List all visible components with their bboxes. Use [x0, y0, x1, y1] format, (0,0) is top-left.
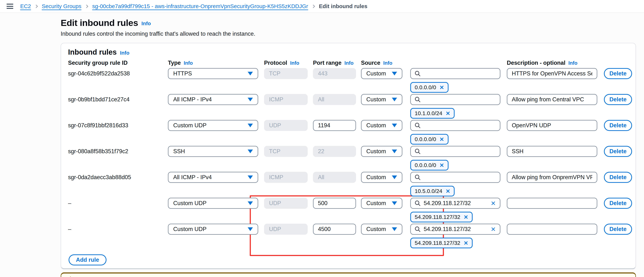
- protocol-field: [264, 224, 308, 235]
- remove-tag-icon[interactable]: ✕: [464, 240, 468, 246]
- port-range-input[interactable]: [313, 224, 356, 235]
- source-select[interactable]: Custom: [361, 120, 402, 131]
- delete-button[interactable]: Delete: [604, 94, 632, 105]
- type-select[interactable]: Custom UDP: [168, 120, 258, 131]
- chevron-down-icon: [392, 124, 397, 127]
- source-tag: 54.209.118.127/32✕: [410, 238, 472, 248]
- source-tag: 0.0.0.0/0✕: [410, 134, 448, 144]
- rule-id: sgr-080a8f58b351f79c2: [68, 146, 168, 157]
- description-input[interactable]: [507, 68, 597, 79]
- delete-button[interactable]: Delete: [604, 172, 632, 183]
- col-header-source: SourceInfo: [361, 60, 410, 66]
- breadcrumb-link-security-groups[interactable]: Security Groups: [42, 3, 81, 10]
- chevron-right-icon: [85, 4, 88, 8]
- protocol-info-link[interactable]: Info: [290, 60, 299, 66]
- source-search-input[interactable]: [424, 200, 487, 206]
- source-select[interactable]: Custom: [361, 198, 402, 209]
- rule-row: – Custom UDP Custom ✕ Delete 54.209.118.…: [68, 198, 631, 222]
- description-input[interactable]: [507, 120, 597, 131]
- col-header-rule-id: Security group rule ID: [68, 60, 168, 66]
- remove-tag-icon[interactable]: ✕: [440, 162, 444, 168]
- chevron-down-icon: [248, 176, 253, 179]
- col-header-protocol: ProtocolInfo: [264, 60, 313, 66]
- chevron-right-icon: [34, 4, 38, 8]
- panel-title: Inbound rules: [68, 48, 116, 56]
- protocol-field: [264, 120, 308, 131]
- source-search: [410, 172, 500, 183]
- chevron-down-icon: [248, 72, 253, 76]
- protocol-field: [264, 172, 308, 183]
- delete-button[interactable]: Delete: [604, 198, 632, 209]
- source-select[interactable]: Custom: [361, 68, 402, 79]
- type-select[interactable]: HTTPS: [168, 68, 258, 79]
- description-input[interactable]: [507, 224, 597, 235]
- search-icon: [414, 226, 421, 232]
- source-select[interactable]: Custom: [361, 224, 402, 235]
- page-title-info-link[interactable]: Info: [142, 20, 151, 26]
- remove-tag-icon[interactable]: ✕: [440, 136, 444, 142]
- description-input[interactable]: [507, 146, 597, 157]
- source-search-input[interactable]: [424, 122, 496, 129]
- remove-tag-icon[interactable]: ✕: [440, 84, 444, 91]
- port-range-info-link[interactable]: Info: [344, 60, 354, 66]
- delete-button[interactable]: Delete: [604, 68, 632, 79]
- warning-banner: [61, 272, 636, 277]
- source-tag: 0.0.0.0/0✕: [410, 160, 448, 170]
- delete-button[interactable]: Delete: [604, 224, 632, 235]
- delete-button[interactable]: Delete: [604, 146, 632, 157]
- type-select[interactable]: All ICMP - IPv4: [168, 94, 258, 105]
- source-tag: 0.0.0.0/0✕: [410, 82, 448, 93]
- remove-tag-icon[interactable]: ✕: [446, 188, 450, 194]
- description-input[interactable]: [507, 172, 597, 183]
- port-range-input[interactable]: [313, 120, 356, 131]
- chevron-down-icon: [248, 124, 253, 127]
- type-select[interactable]: SSH: [168, 146, 258, 157]
- source-info-link[interactable]: Info: [383, 60, 392, 66]
- source-search-input[interactable]: [424, 226, 487, 232]
- source-search: [410, 94, 500, 105]
- port-range-field: [313, 146, 356, 157]
- delete-button[interactable]: Delete: [604, 120, 632, 131]
- add-rule-button[interactable]: Add rule: [68, 254, 106, 266]
- chevron-down-icon: [392, 150, 397, 153]
- port-range-field: [313, 94, 356, 105]
- source-select[interactable]: Custom: [361, 146, 402, 157]
- description-input[interactable]: [507, 94, 597, 105]
- source-search-input[interactable]: [424, 174, 496, 180]
- rule-id: –: [68, 224, 168, 235]
- menu-icon[interactable]: [6, 4, 13, 9]
- chevron-down-icon: [248, 98, 253, 101]
- table-header-row: Security group rule ID TypeInfo Protocol…: [68, 59, 631, 66]
- panel-info-link[interactable]: Info: [120, 50, 129, 56]
- clear-search-icon[interactable]: ✕: [490, 200, 496, 207]
- source-select[interactable]: Custom: [361, 94, 402, 105]
- remove-tag-icon[interactable]: ✕: [446, 110, 450, 116]
- source-tag: 10.5.0.0/24✕: [410, 186, 454, 196]
- source-search-input[interactable]: [424, 70, 496, 77]
- description-input[interactable]: [507, 198, 597, 209]
- clear-search-icon[interactable]: ✕: [490, 226, 496, 233]
- source-search-input[interactable]: [424, 148, 496, 155]
- breadcrumb-link-security-group-id[interactable]: sg-00cbe7a99df799c15 - aws-infrastructur…: [92, 3, 308, 10]
- remove-tag-icon[interactable]: ✕: [464, 214, 468, 220]
- type-info-link[interactable]: Info: [184, 60, 193, 66]
- chevron-down-icon: [248, 202, 253, 205]
- rule-id: sgr-07c8f91bbf2816d33: [68, 120, 168, 131]
- port-range-input[interactable]: [313, 198, 356, 209]
- search-icon: [414, 122, 421, 128]
- search-icon: [414, 200, 421, 206]
- breadcrumb-link-ec2[interactable]: EC2: [20, 3, 31, 10]
- chevron-down-icon: [392, 72, 397, 76]
- breadcrumb: EC2 Security Groups sg-00cbe7a99df799c15…: [20, 3, 368, 10]
- source-tag: 54.209.118.127/32✕: [410, 212, 472, 222]
- page-title: Edit inbound rules: [61, 18, 138, 28]
- chevron-down-icon: [392, 202, 397, 205]
- source-search: [410, 68, 500, 79]
- type-select[interactable]: Custom UDP: [168, 224, 258, 235]
- source-search-input[interactable]: [424, 96, 496, 103]
- description-info-link[interactable]: Info: [568, 60, 578, 66]
- type-select[interactable]: All ICMP - IPv4: [168, 172, 258, 183]
- type-select[interactable]: Custom UDP: [168, 198, 258, 209]
- source-select[interactable]: Custom: [361, 172, 402, 183]
- page-subtitle: Inbound rules control the incoming traff…: [61, 30, 644, 37]
